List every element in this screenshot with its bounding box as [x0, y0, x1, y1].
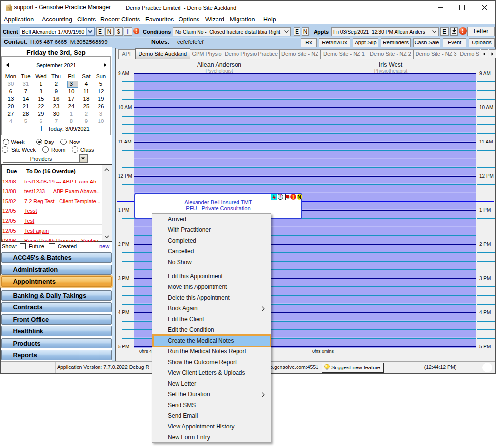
svg-text:?: ? [8, 6, 11, 11]
